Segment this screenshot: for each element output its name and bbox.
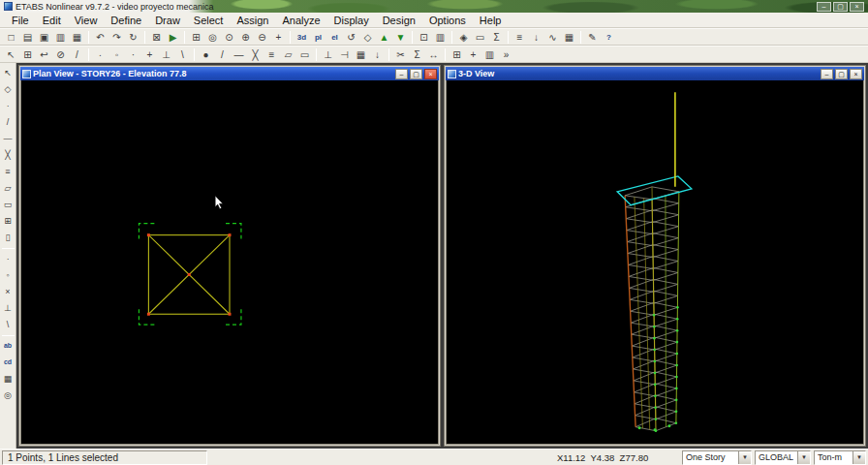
define-load-cases-icon[interactable]: Σ [488, 29, 505, 45]
menu-file[interactable]: File [5, 14, 36, 27]
minimize-button[interactable]: – [817, 2, 831, 12]
snap-to-midpoints-icon[interactable]: · [125, 46, 141, 62]
snap-to-intersections-icon[interactable]: + [141, 46, 158, 62]
menu-define[interactable]: Define [104, 14, 148, 27]
measure-distance-icon[interactable]: ↔ [425, 46, 442, 62]
select-all-icon[interactable]: ⊞ [19, 46, 36, 62]
side-draw-frame-icon[interactable]: / [1, 114, 16, 129]
side-label-points-icon[interactable]: ab [1, 338, 16, 353]
run-analysis-icon[interactable]: ▶ [165, 29, 181, 45]
display-output-tables-icon[interactable]: ▦ [561, 29, 577, 45]
chevron-down-icon[interactable]: ▼ [797, 451, 810, 464]
side-draw-area-icon[interactable]: ▱ [1, 180, 16, 195]
restore-previous-selection-icon[interactable]: ↩ [36, 46, 52, 62]
elevation-view-icon[interactable]: el [326, 29, 343, 45]
set-building-view-options-icon[interactable]: ▥ [432, 29, 449, 45]
plan-minimize-button[interactable]: – [395, 69, 408, 79]
plan-maximize-button[interactable]: ▢ [410, 69, 422, 79]
quick-draw-braces-icon[interactable]: ╳ [247, 46, 264, 62]
side-snap-ends-midpoints-icon[interactable]: ◦ [1, 267, 16, 282]
snap-to-lines-edges-icon[interactable]: \ [174, 46, 191, 62]
plan-view-titlebar[interactable]: Plan View - STORY26 - Elevation 77.8 – ▢… [20, 67, 439, 80]
menu-assign[interactable]: Assign [230, 14, 275, 27]
title-bar[interactable]: ETABS Nonlinear v9.7.2 - video proyecto … [0, 0, 868, 13]
units-select[interactable]: Ton-m ▼ [814, 450, 866, 465]
assign-frame-releases-icon[interactable]: ⊣ [336, 46, 353, 62]
pan-icon[interactable]: + [270, 29, 287, 45]
side-quick-draw-area-icon[interactable]: ⊞ [1, 213, 16, 228]
menu-display[interactable]: Display [327, 14, 376, 27]
lock-model-icon[interactable]: ⊠ [148, 29, 165, 45]
restore-full-view-icon[interactable]: ◎ [204, 29, 221, 45]
side-show-all-icon[interactable]: ◎ [1, 388, 16, 402]
pointer-select-icon[interactable]: ↖ [3, 46, 19, 62]
quick-draw-line-icon[interactable]: — [231, 46, 247, 62]
side-snap-points-icon[interactable]: ∙ [1, 251, 16, 265]
side-pointer-select-icon[interactable]: ↖ [1, 65, 16, 79]
side-draw-rect-area-icon[interactable]: ▭ [1, 197, 16, 211]
side-quick-draw-frame-icon[interactable]: — [1, 131, 16, 145]
rotate-3d-view-icon[interactable]: ↺ [343, 29, 359, 45]
menu-edit[interactable]: Edit [36, 14, 68, 27]
side-draw-wall-icon[interactable]: ▯ [1, 230, 16, 244]
define-materials-icon[interactable]: ◈ [455, 29, 472, 45]
side-quick-draw-secondary-beams-icon[interactable]: ≡ [1, 164, 16, 178]
3d-view-titlebar[interactable]: 3-D View – ▢ × [446, 67, 864, 80]
side-draw-special-joint-icon[interactable]: ∙ [1, 98, 16, 112]
new-model-icon[interactable]: □ [3, 29, 19, 45]
define-frame-sections-icon[interactable]: ▭ [472, 29, 488, 45]
print-tables-icon[interactable]: ▦ [69, 29, 85, 45]
3d-minimize-button[interactable]: – [821, 69, 833, 79]
show-axes-toggle-icon[interactable]: + [465, 46, 481, 62]
story-mode-select[interactable]: One Story ▼ [682, 450, 752, 465]
menu-design[interactable]: Design [376, 14, 422, 27]
menu-options[interactable]: Options [422, 14, 473, 27]
display-undeformed-shape-icon[interactable]: ≡ [512, 29, 528, 45]
previous-zoom-icon[interactable]: ⊙ [221, 29, 237, 45]
zoom-out-one-step-icon[interactable]: ⊖ [254, 29, 270, 45]
refresh-window-icon[interactable]: ↻ [125, 29, 141, 45]
view3d-canvas[interactable] [447, 80, 863, 444]
assign-load-values-icon[interactable]: ↓ [369, 46, 386, 62]
display-deformed-shape-icon[interactable]: ∿ [544, 29, 561, 45]
snap-to-line-ends-icon[interactable]: ◦ [108, 46, 125, 62]
sum-selected-forces-icon[interactable]: Σ [409, 46, 425, 62]
3d-close-button[interactable]: × [850, 69, 862, 79]
quick-draw-secondary-beams-icon[interactable]: ≡ [264, 46, 280, 62]
redo-icon[interactable]: ↷ [108, 29, 125, 45]
section-cut-forces-icon[interactable]: ✂ [392, 46, 409, 62]
more-toolbar-options-icon[interactable]: » [498, 46, 514, 62]
object-shrink-toggle-icon[interactable]: ⊡ [416, 29, 432, 45]
clear-selection-icon[interactable]: ⊘ [52, 46, 69, 62]
snap-to-grid-points-icon[interactable]: ∙ [92, 46, 108, 62]
draw-area-object-icon[interactable]: ▱ [280, 46, 296, 62]
3d-view-icon[interactable]: 3d [294, 29, 310, 45]
side-show-shells-icon[interactable]: ▦ [1, 371, 16, 386]
chevron-down-icon[interactable]: ▼ [738, 451, 751, 464]
select-using-intersecting-line-icon[interactable]: / [69, 46, 85, 62]
close-button[interactable]: × [850, 2, 864, 12]
quick-draw-area-icon[interactable]: ▭ [296, 46, 313, 62]
draw-pencil-icon[interactable]: ✎ [584, 29, 601, 45]
side-snap-edges-icon[interactable]: \ [1, 317, 16, 331]
coordinate-system-select[interactable]: GLOBAL ▼ [755, 450, 811, 465]
menu-help[interactable]: Help [473, 14, 509, 27]
plan-close-button[interactable]: × [424, 69, 437, 79]
draw-point-object-icon[interactable]: ● [198, 46, 214, 62]
print-graphics-icon[interactable]: ▥ [52, 29, 69, 45]
chevron-down-icon[interactable]: ▼ [852, 451, 865, 464]
draw-line-object-icon[interactable]: / [214, 46, 231, 62]
snap-to-perpendicular-icon[interactable]: ⊥ [158, 46, 174, 62]
plan-view-icon[interactable]: pl [310, 29, 326, 45]
save-model-icon[interactable]: ▣ [36, 29, 52, 45]
named-display-options-icon[interactable]: ▥ [481, 46, 498, 62]
side-snap-perpendicular-icon[interactable]: ⊥ [1, 300, 16, 315]
side-quick-draw-braces-icon[interactable]: ╳ [1, 147, 16, 162]
perspective-toggle-icon[interactable]: ◇ [359, 29, 376, 45]
zoom-in-one-step-icon[interactable]: ⊕ [237, 29, 254, 45]
3d-maximize-button[interactable]: ▢ [835, 69, 848, 79]
move-down-in-list-icon[interactable]: ▼ [392, 29, 409, 45]
show-grid-toggle-icon[interactable]: ⊞ [449, 46, 465, 62]
help-icon[interactable]: ? [601, 29, 617, 45]
maximize-button[interactable]: ▢ [833, 2, 848, 12]
